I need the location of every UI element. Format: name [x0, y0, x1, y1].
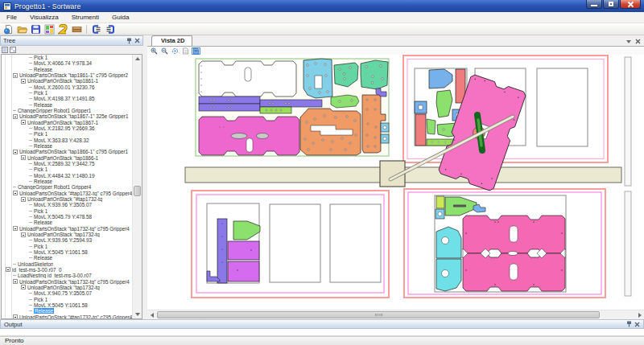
save-button[interactable]	[30, 24, 41, 35]
tree-item[interactable]: Release	[2, 308, 132, 314]
expander-icon[interactable]	[21, 285, 26, 290]
expander-icon[interactable]	[21, 232, 26, 237]
tree-item[interactable]: Pick 1	[2, 296, 132, 302]
tree-item[interactable]: MovL X:4066.74 Y:978.34	[2, 60, 132, 66]
minimize-button[interactable]	[586, 0, 602, 9]
title-bar[interactable]: Progetto1 - Sortware	[0, 0, 644, 12]
tree-item[interactable]: UnloadPartsOnStack "#tap1732-tq" c795 Gr…	[2, 191, 132, 196]
new-document-button[interactable]	[2, 24, 14, 35]
expander-icon[interactable]	[13, 314, 18, 318]
scroll-right-button[interactable]	[635, 310, 644, 319]
tree-item[interactable]: UnloadPartsOnStack "#tap1732-tq" c795 Gr…	[2, 314, 132, 318]
menu-item-file[interactable]: File	[0, 12, 23, 23]
stack-area-bottom-right[interactable]	[404, 189, 631, 298]
tree-item[interactable]: Pick 1	[2, 131, 132, 137]
expander-icon[interactable]	[13, 150, 18, 154]
tree-item[interactable]: UnloadPartOnStack "tap1732-tq	[2, 232, 132, 237]
nesting-button[interactable]	[43, 24, 55, 35]
tree-item[interactable]: MovL X:2182.95 Y:2669.36	[2, 125, 132, 131]
scroll-left-button[interactable]	[147, 310, 156, 319]
tree-vertical-scrollbar[interactable]	[132, 55, 142, 318]
zoom-extents-button[interactable]	[171, 47, 180, 55]
expander-icon[interactable]	[13, 114, 18, 119]
tree-item[interactable]: ChangeGripper Robot1 Gripper4	[2, 184, 132, 190]
tree-item[interactable]: MovL X:2600.01 Y:3230.76	[2, 84, 132, 90]
menu-item-strumenti[interactable]: Strumenti	[65, 12, 105, 23]
vista-2d-canvas[interactable]	[147, 55, 644, 310]
tree-view-icon[interactable]	[2, 47, 8, 53]
stack-area-bottom-left[interactable]	[192, 191, 389, 298]
scrollbar-thumb[interactable]	[134, 186, 141, 196]
expander-icon[interactable]	[21, 120, 26, 125]
tree-item[interactable]: Release	[2, 67, 132, 72]
tab-vista-2d[interactable]: Vista 2D	[151, 35, 192, 46]
pin-icon[interactable]	[626, 321, 632, 327]
tree-item[interactable]: MovL X:5045 Y:1061.58	[2, 302, 132, 308]
tree-item[interactable]: Release	[2, 102, 132, 108]
tree-item[interactable]: MovL X:5045 Y:1061.58	[2, 249, 132, 255]
tree-refresh-icon[interactable]	[10, 47, 16, 53]
menu-item-visualizza[interactable]: Visualizza	[23, 12, 65, 23]
tree-item[interactable]: UnloadPartsOnStack "tap1867-1" 325e Grip…	[2, 113, 132, 119]
pan-view-button[interactable]	[192, 47, 200, 55]
expander-icon[interactable]	[21, 155, 26, 160]
sim-step-left-button[interactable]	[91, 24, 102, 35]
open-button[interactable]	[16, 24, 27, 35]
zoom-in-button[interactable]	[150, 47, 159, 55]
tree-item[interactable]: MovL X:939.96 Y:2594.93	[2, 237, 132, 243]
close-tab-icon[interactable]	[635, 39, 641, 44]
tree-item[interactable]: Pick 1	[2, 208, 132, 214]
tree-item[interactable]: MovL X:940.75 Y:3505.07	[2, 290, 132, 296]
tree-item[interactable]: Release	[2, 220, 132, 225]
tree-item[interactable]: id_test-ms-3-00.r07_0	[2, 267, 132, 273]
expander-icon[interactable]	[13, 279, 18, 284]
tree-item[interactable]: UnloadPartsOnStack "tap1732-tq" c795 Gri…	[2, 278, 132, 284]
pin-icon[interactable]	[126, 38, 132, 44]
tree-item[interactable]: UnloadPartOnStack "tap1861-1	[2, 78, 132, 84]
zoom-out-button[interactable]	[160, 47, 169, 55]
tree-view[interactable]: Pick 1MovL X:4066.74 Y:978.34ReleaseUnlo…	[1, 54, 142, 319]
tree-item[interactable]: UnloadPartsOnStack "tap1732-tq" c795 Gri…	[2, 226, 132, 232]
tree-item[interactable]: MovL X:5045.79 Y:478.58	[2, 214, 132, 220]
tree-item[interactable]: MovL X:2589.32 Y:3442.75	[2, 161, 132, 166]
tree-item[interactable]: UnloadSkeleton	[2, 261, 132, 266]
close-button[interactable]	[620, 0, 641, 9]
tree-item[interactable]: Pick 1	[2, 55, 132, 60]
nesting-sheet[interactable]	[196, 59, 389, 156]
scrollbar-thumb[interactable]	[157, 311, 600, 318]
tree-item[interactable]: UnloadPartOnStack "tap1732-tq	[2, 285, 132, 290]
tree-item[interactable]: MovL X:939.96 Y:3505.07	[2, 202, 132, 207]
expander-icon[interactable]	[13, 191, 18, 195]
tree-item[interactable]: Release	[2, 179, 132, 184]
tree-item[interactable]: UnloadPartOnStack "#tap1732-tq	[2, 196, 132, 202]
tree-item[interactable]: MovL X:4484.32 Y:1480.19	[2, 173, 132, 179]
view-horizontal-scrollbar[interactable]	[147, 310, 644, 319]
expander-icon[interactable]	[21, 197, 26, 202]
tree-item[interactable]: Pick 1	[2, 244, 132, 249]
expander-icon[interactable]	[13, 226, 18, 231]
close-panel-icon[interactable]	[634, 322, 640, 327]
tree-item[interactable]: ChangeGripper Robot1 Gripper1	[2, 108, 132, 113]
tab-list-dropdown-icon[interactable]	[626, 40, 631, 43]
tree-item[interactable]: UnloadPartOnStack "tap1867-1	[2, 120, 132, 125]
tree-item[interactable]: LoadNesting id_test-ms-3-00.r07	[2, 273, 132, 278]
expander-icon[interactable]	[21, 79, 26, 84]
tree-item[interactable]: UnloadPartsOnStack "tap1866-1" c795 Grip…	[2, 149, 132, 154]
report-2-button[interactable]	[57, 24, 68, 35]
close-panel-icon[interactable]	[134, 38, 140, 43]
tree-item[interactable]: UnloadPartOnStack "tap1866-1	[2, 155, 132, 161]
tree-item[interactable]: Release	[2, 255, 132, 261]
scroll-up-button[interactable]	[133, 55, 142, 63]
tree-item[interactable]: MovL X:4198.37 Y:1491.85	[2, 96, 132, 101]
scroll-down-button[interactable]	[133, 310, 142, 318]
expander-icon[interactable]	[6, 267, 10, 272]
material-button[interactable]	[71, 24, 82, 35]
menu-item-guida[interactable]: Guida	[105, 12, 135, 23]
tree-item[interactable]: Pick 1	[2, 90, 132, 96]
tree-item[interactable]: Pick 1	[2, 166, 132, 172]
expander-icon[interactable]	[13, 73, 18, 78]
sim-step-right-button[interactable]	[105, 24, 116, 35]
snapshot-button[interactable]	[181, 47, 190, 55]
tree-item[interactable]: UnloadPartsOnStack "tap1861-1" c795 Grip…	[2, 72, 132, 78]
maximize-button[interactable]	[603, 0, 619, 9]
